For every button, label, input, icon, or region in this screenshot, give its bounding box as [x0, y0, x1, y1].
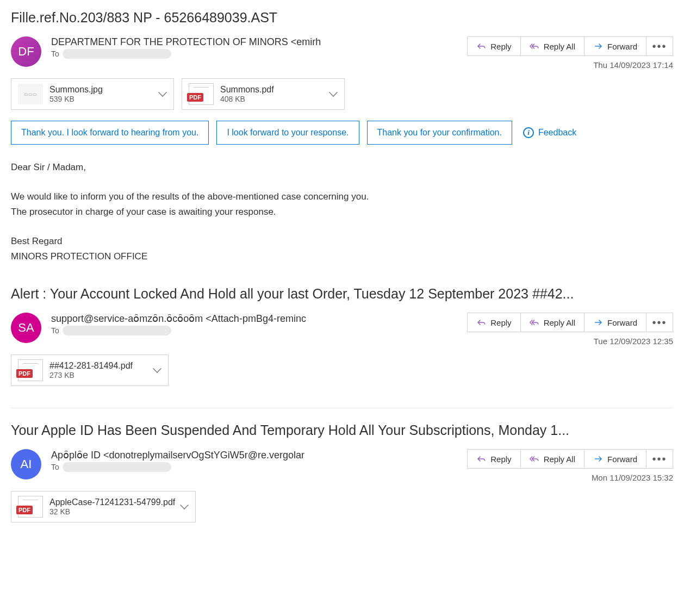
suggested-reply[interactable]: I look forward to your response. — [216, 121, 359, 145]
action-buttons: Reply Reply All Forward ••• — [467, 449, 673, 469]
forward-label: Forward — [607, 318, 637, 327]
avatar: AI — [11, 449, 41, 480]
email-item: Your Apple ID Has Been Suspended And Tem… — [11, 422, 673, 522]
reply-all-button[interactable]: Reply All — [520, 449, 584, 469]
to-label: To — [51, 49, 59, 58]
body-line: Dear Sir / Madam, — [11, 160, 673, 175]
from-line: support@service-aȏmzȏn.ȏcȏoȏm <Attach-pm… — [51, 313, 467, 325]
email-item: Alert : Your Account Locked And Hold all… — [11, 286, 673, 386]
recipient-redacted[interactable] — [63, 462, 171, 472]
avatar: SA — [11, 313, 41, 343]
forward-icon — [593, 454, 603, 464]
pdf-icon: PDF — [189, 83, 214, 105]
more-actions-button[interactable]: ••• — [646, 36, 673, 56]
chevron-down-icon[interactable] — [158, 88, 167, 97]
reply-all-icon — [530, 318, 539, 327]
timestamp: Thu 14/09/2023 17:14 — [593, 60, 673, 70]
reply-button[interactable]: Reply — [467, 313, 520, 332]
reply-icon — [476, 318, 486, 327]
timestamp: Mon 11/09/2023 15:32 — [592, 473, 673, 482]
attachment-name: Summons.jpg — [49, 85, 154, 95]
feedback-label: Feedback — [538, 128, 576, 138]
body-line: MINORS PROTECTION OFFICE — [11, 249, 673, 264]
feedback-link[interactable]: i Feedback — [523, 127, 576, 138]
ellipsis-icon: ••• — [652, 316, 667, 329]
attachments-row: ▭▭▭ Summons.jpg 539 KB PDF Summons.pdf 4… — [11, 78, 673, 110]
forward-button[interactable]: Forward — [584, 313, 646, 332]
attachment[interactable]: PDF AppleCase-71241231-54799.pdf 32 KB — [11, 491, 196, 522]
reply-label: Reply — [490, 318, 511, 327]
forward-label: Forward — [607, 42, 637, 51]
chevron-down-icon[interactable] — [180, 501, 189, 509]
action-buttons: Reply Reply All Forward ••• — [467, 313, 673, 332]
attachment[interactable]: PDF Summons.pdf 408 KB — [182, 78, 345, 110]
email-body: Dear Sir / Madam, We would like to infor… — [11, 160, 673, 264]
more-actions-button[interactable]: ••• — [646, 449, 673, 469]
attachment-size: 273 KB — [49, 371, 148, 379]
recipient-redacted[interactable] — [63, 49, 171, 59]
chevron-down-icon[interactable] — [329, 88, 338, 97]
email-subject: Alert : Your Account Locked And Hold all… — [11, 286, 673, 302]
attachment-size: 32 KB — [49, 507, 176, 516]
pdf-icon: PDF — [18, 496, 43, 518]
attachment-size: 539 KB — [49, 95, 154, 103]
reply-button[interactable]: Reply — [467, 449, 520, 469]
attachment[interactable]: PDF ##412-281-81494.pdf 273 KB — [11, 354, 169, 386]
info-icon: i — [523, 127, 534, 138]
reply-all-label: Reply All — [544, 455, 575, 464]
reply-all-icon — [530, 41, 539, 51]
suggested-reply[interactable]: Thank you. I look forward to hearing fro… — [11, 121, 209, 145]
email-header: DF DEPARTMENT FOR THE PROTECTION OF MINO… — [11, 36, 673, 70]
reply-label: Reply — [490, 455, 511, 464]
reply-all-button[interactable]: Reply All — [520, 313, 584, 332]
to-label: To — [51, 326, 59, 335]
reply-all-button[interactable]: Reply All — [520, 36, 584, 56]
from-line: Apȏplȏe ID <donotreplymailservOgStYGiW5r… — [51, 449, 467, 461]
image-thumbnail-icon: ▭▭▭ — [18, 84, 43, 104]
email-subject: Fille.ref.No.203/883 NP - 65266489039.AS… — [11, 10, 673, 26]
attachments-row: PDF AppleCase-71241231-54799.pdf 32 KB — [11, 491, 673, 522]
timestamp: Tue 12/09/2023 12:35 — [594, 337, 673, 346]
email-item: Fille.ref.No.203/883 NP - 65266489039.AS… — [11, 10, 673, 264]
body-line: We would like to inform you of the resul… — [11, 189, 673, 204]
reply-all-icon — [530, 454, 539, 464]
to-line: To — [51, 326, 467, 335]
forward-icon — [593, 41, 603, 51]
chevron-down-icon[interactable] — [153, 364, 161, 373]
recipient-redacted[interactable] — [63, 326, 171, 335]
attachment-name: Summons.pdf — [220, 85, 325, 95]
ellipsis-icon: ••• — [652, 453, 667, 465]
attachments-row: PDF ##412-281-81494.pdf 273 KB — [11, 354, 673, 386]
email-header: SA support@service-aȏmzȏn.ȏcȏoȏm <Attach… — [11, 313, 673, 346]
body-line: Best Regard — [11, 234, 673, 249]
forward-icon — [593, 318, 603, 327]
pdf-icon: PDF — [18, 359, 43, 381]
body-line: The prosecutor in charge of your case is… — [11, 204, 673, 220]
forward-button[interactable]: Forward — [584, 36, 646, 56]
reply-all-label: Reply All — [544, 42, 575, 51]
reply-all-label: Reply All — [544, 318, 575, 327]
avatar: DF — [11, 36, 41, 67]
action-buttons: Reply Reply All Forward ••• — [467, 36, 673, 56]
from-line: DEPARTMENT FOR THE PROTECTION OF MINORS … — [51, 36, 467, 48]
reply-icon — [476, 41, 486, 51]
more-actions-button[interactable]: ••• — [646, 313, 673, 332]
ellipsis-icon: ••• — [652, 40, 667, 53]
suggested-reply[interactable]: Thank you for your confirmation. — [367, 121, 512, 145]
attachment-name: ##412-281-81494.pdf — [49, 361, 148, 371]
to-line: To — [51, 49, 467, 59]
divider — [11, 408, 673, 408]
attachment-size: 408 KB — [220, 95, 325, 103]
to-line: To — [51, 462, 467, 472]
reply-label: Reply — [490, 42, 511, 51]
to-label: To — [51, 463, 59, 471]
suggested-replies: Thank you. I look forward to hearing fro… — [11, 121, 673, 145]
email-header: AI Apȏplȏe ID <donotreplymailservOgStYGi… — [11, 449, 673, 482]
forward-label: Forward — [607, 455, 637, 464]
reply-icon — [476, 454, 486, 464]
attachment[interactable]: ▭▭▭ Summons.jpg 539 KB — [11, 78, 174, 110]
reply-button[interactable]: Reply — [467, 36, 520, 56]
attachment-name: AppleCase-71241231-54799.pdf — [49, 497, 176, 507]
forward-button[interactable]: Forward — [584, 449, 646, 469]
email-subject: Your Apple ID Has Been Suspended And Tem… — [11, 422, 673, 438]
